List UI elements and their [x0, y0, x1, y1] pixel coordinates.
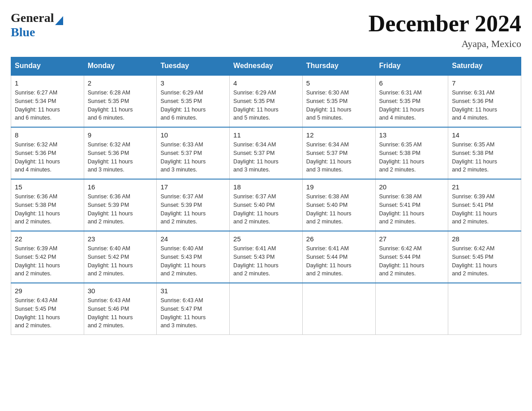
day-info: Sunrise: 6:40 AM Sunset: 5:43 PM Dayligh… [160, 244, 226, 278]
day-number: 1 [15, 79, 80, 87]
calendar-cell: 2Sunrise: 6:28 AM Sunset: 5:35 PM Daylig… [84, 75, 157, 128]
calendar-cell [375, 283, 448, 335]
day-number: 13 [379, 131, 445, 139]
day-info: Sunrise: 6:39 AM Sunset: 5:41 PM Dayligh… [452, 193, 517, 226]
calendar-week-row: 1Sunrise: 6:27 AM Sunset: 5:34 PM Daylig… [11, 75, 521, 128]
day-info: Sunrise: 6:35 AM Sunset: 5:38 PM Dayligh… [379, 141, 445, 174]
day-info: Sunrise: 6:31 AM Sunset: 5:35 PM Dayligh… [379, 89, 445, 122]
day-info: Sunrise: 6:29 AM Sunset: 5:35 PM Dayligh… [160, 89, 226, 122]
day-info: Sunrise: 6:30 AM Sunset: 5:35 PM Dayligh… [306, 89, 372, 122]
day-number: 10 [160, 131, 226, 139]
day-info: Sunrise: 6:27 AM Sunset: 5:34 PM Dayligh… [15, 89, 80, 122]
calendar-week-row: 22Sunrise: 6:39 AM Sunset: 5:42 PM Dayli… [11, 231, 521, 283]
day-number: 18 [233, 183, 299, 191]
calendar-cell: 23Sunrise: 6:40 AM Sunset: 5:42 PM Dayli… [84, 231, 157, 283]
day-number: 31 [160, 287, 226, 295]
calendar-cell: 26Sunrise: 6:41 AM Sunset: 5:44 PM Dayli… [302, 231, 375, 283]
calendar-cell: 21Sunrise: 6:39 AM Sunset: 5:41 PM Dayli… [448, 179, 521, 231]
calendar-cell: 9Sunrise: 6:32 AM Sunset: 5:36 PM Daylig… [84, 127, 157, 179]
calendar-header-monday: Monday [84, 57, 157, 75]
day-info: Sunrise: 6:32 AM Sunset: 5:36 PM Dayligh… [88, 141, 153, 174]
day-number: 24 [160, 235, 226, 243]
day-info: Sunrise: 6:31 AM Sunset: 5:36 PM Dayligh… [452, 89, 517, 122]
calendar-cell: 25Sunrise: 6:41 AM Sunset: 5:43 PM Dayli… [230, 231, 303, 283]
calendar-header-wednesday: Wednesday [230, 57, 303, 75]
day-info: Sunrise: 6:32 AM Sunset: 5:36 PM Dayligh… [15, 141, 80, 174]
calendar-cell [448, 283, 521, 335]
day-info: Sunrise: 6:41 AM Sunset: 5:44 PM Dayligh… [306, 244, 372, 278]
calendar-cell: 17Sunrise: 6:37 AM Sunset: 5:39 PM Dayli… [157, 179, 230, 231]
day-info: Sunrise: 6:43 AM Sunset: 5:45 PM Dayligh… [15, 296, 80, 330]
calendar-cell: 31Sunrise: 6:43 AM Sunset: 5:47 PM Dayli… [157, 283, 230, 335]
day-number: 19 [306, 183, 372, 191]
day-info: Sunrise: 6:29 AM Sunset: 5:35 PM Dayligh… [233, 89, 299, 122]
calendar-cell: 5Sunrise: 6:30 AM Sunset: 5:35 PM Daylig… [302, 75, 375, 128]
calendar-cell: 28Sunrise: 6:42 AM Sunset: 5:45 PM Dayli… [448, 231, 521, 283]
day-info: Sunrise: 6:35 AM Sunset: 5:38 PM Dayligh… [452, 141, 517, 174]
calendar-cell: 27Sunrise: 6:42 AM Sunset: 5:44 PM Dayli… [375, 231, 448, 283]
calendar-cell: 19Sunrise: 6:38 AM Sunset: 5:40 PM Dayli… [302, 179, 375, 231]
day-info: Sunrise: 6:40 AM Sunset: 5:42 PM Dayligh… [88, 244, 153, 278]
svg-marker-0 [55, 16, 63, 25]
calendar-cell: 8Sunrise: 6:32 AM Sunset: 5:36 PM Daylig… [11, 127, 84, 179]
day-info: Sunrise: 6:38 AM Sunset: 5:41 PM Dayligh… [379, 193, 445, 226]
calendar-header-thursday: Thursday [302, 57, 375, 75]
calendar-cell: 7Sunrise: 6:31 AM Sunset: 5:36 PM Daylig… [448, 75, 521, 128]
logo-blue-text: Blue [11, 25, 63, 39]
day-number: 11 [233, 131, 299, 139]
day-number: 27 [379, 235, 445, 243]
day-number: 4 [233, 79, 299, 87]
calendar-cell: 11Sunrise: 6:34 AM Sunset: 5:37 PM Dayli… [230, 127, 303, 179]
logo-triangle-icon [55, 16, 63, 25]
day-info: Sunrise: 6:42 AM Sunset: 5:44 PM Dayligh… [379, 244, 445, 278]
day-number: 28 [452, 235, 517, 243]
day-info: Sunrise: 6:37 AM Sunset: 5:39 PM Dayligh… [160, 193, 226, 226]
day-number: 16 [88, 183, 153, 191]
calendar-cell: 1Sunrise: 6:27 AM Sunset: 5:34 PM Daylig… [11, 75, 84, 128]
calendar-cell: 24Sunrise: 6:40 AM Sunset: 5:43 PM Dayli… [157, 231, 230, 283]
calendar-week-row: 29Sunrise: 6:43 AM Sunset: 5:45 PM Dayli… [11, 283, 521, 335]
calendar-title: December 2024 [369, 11, 521, 36]
calendar-cell: 10Sunrise: 6:33 AM Sunset: 5:37 PM Dayli… [157, 127, 230, 179]
day-number: 8 [15, 131, 80, 139]
day-number: 5 [306, 79, 372, 87]
calendar-week-row: 15Sunrise: 6:36 AM Sunset: 5:38 PM Dayli… [11, 179, 521, 231]
day-info: Sunrise: 6:38 AM Sunset: 5:40 PM Dayligh… [306, 193, 372, 226]
calendar-subtitle: Ayapa, Mexico [369, 38, 521, 50]
day-number: 21 [452, 183, 517, 191]
page-header: General Blue December 2024 Ayapa, Mexico [11, 11, 521, 50]
day-number: 17 [160, 183, 226, 191]
day-number: 20 [379, 183, 445, 191]
calendar-cell [302, 283, 375, 335]
day-number: 6 [379, 79, 445, 87]
calendar-cell: 3Sunrise: 6:29 AM Sunset: 5:35 PM Daylig… [157, 75, 230, 128]
logo: General Blue [11, 11, 63, 39]
day-info: Sunrise: 6:28 AM Sunset: 5:35 PM Dayligh… [88, 89, 153, 122]
calendar-cell: 4Sunrise: 6:29 AM Sunset: 5:35 PM Daylig… [230, 75, 303, 128]
calendar-table: SundayMondayTuesdayWednesdayThursdayFrid… [11, 57, 521, 335]
day-number: 7 [452, 79, 517, 87]
day-info: Sunrise: 6:43 AM Sunset: 5:46 PM Dayligh… [88, 296, 153, 330]
calendar-header-tuesday: Tuesday [157, 57, 230, 75]
day-info: Sunrise: 6:36 AM Sunset: 5:39 PM Dayligh… [88, 193, 153, 226]
day-number: 2 [88, 79, 153, 87]
calendar-cell: 29Sunrise: 6:43 AM Sunset: 5:45 PM Dayli… [11, 283, 84, 335]
calendar-cell: 15Sunrise: 6:36 AM Sunset: 5:38 PM Dayli… [11, 179, 84, 231]
calendar-cell: 14Sunrise: 6:35 AM Sunset: 5:38 PM Dayli… [448, 127, 521, 179]
day-number: 23 [88, 235, 153, 243]
day-number: 12 [306, 131, 372, 139]
calendar-header-sunday: Sunday [11, 57, 84, 75]
day-info: Sunrise: 6:36 AM Sunset: 5:38 PM Dayligh… [15, 193, 80, 226]
day-info: Sunrise: 6:39 AM Sunset: 5:42 PM Dayligh… [15, 244, 80, 278]
title-block: December 2024 Ayapa, Mexico [369, 11, 521, 50]
day-number: 22 [15, 235, 80, 243]
logo-general-text: General [11, 11, 54, 25]
day-number: 14 [452, 131, 517, 139]
day-number: 3 [160, 79, 226, 87]
calendar-cell [230, 283, 303, 335]
day-number: 29 [15, 287, 80, 295]
day-number: 9 [88, 131, 153, 139]
calendar-cell: 22Sunrise: 6:39 AM Sunset: 5:42 PM Dayli… [11, 231, 84, 283]
day-number: 30 [88, 287, 153, 295]
calendar-cell: 16Sunrise: 6:36 AM Sunset: 5:39 PM Dayli… [84, 179, 157, 231]
